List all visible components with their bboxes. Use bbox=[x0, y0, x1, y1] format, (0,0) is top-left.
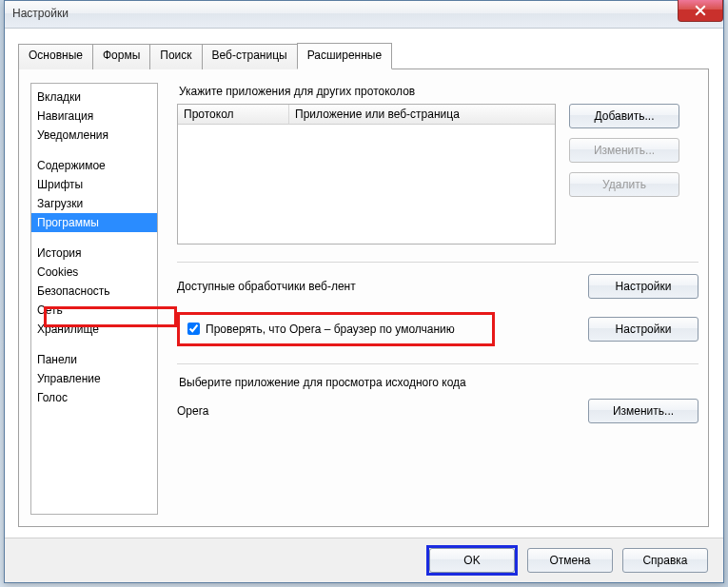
tab-forms[interactable]: Формы bbox=[92, 44, 150, 69]
sidebar-item-network[interactable]: Сеть bbox=[31, 301, 157, 320]
ok-highlight: OK bbox=[426, 545, 518, 576]
default-row: Проверять, что Opera – браузер по умолча… bbox=[177, 312, 698, 346]
ok-button[interactable]: OK bbox=[429, 548, 515, 573]
window-title: Настройки bbox=[12, 7, 69, 20]
cancel-button[interactable]: Отмена bbox=[527, 548, 613, 573]
main-area: Укажите приложения для других протоколов… bbox=[177, 81, 698, 423]
sidebar-item-cookies[interactable]: Cookies bbox=[31, 263, 157, 282]
close-button[interactable] bbox=[678, 0, 723, 22]
sidebar-item-storage[interactable]: Хранилище bbox=[31, 320, 157, 339]
sidebar-item-management[interactable]: Управление bbox=[31, 369, 157, 388]
tab-search[interactable]: Поиск bbox=[149, 44, 202, 69]
sidebar: Вкладки Навигация Уведомления Содержимое… bbox=[30, 83, 158, 515]
feed-row: Доступные обработчики веб-лент Настройки bbox=[177, 274, 698, 299]
sidebar-item-history[interactable]: История bbox=[31, 244, 157, 263]
edit-button[interactable]: Изменить... bbox=[569, 138, 679, 163]
delete-button[interactable]: Удалить bbox=[569, 172, 679, 197]
source-row: Opera Изменить... bbox=[177, 399, 698, 423]
content-frame: Основные Формы Поиск Веб-страницы Расшир… bbox=[18, 43, 709, 528]
settings-window: Настройки Основные Формы Поиск Веб-стран… bbox=[4, 0, 724, 583]
sidebar-item-navigation[interactable]: Навигация bbox=[31, 107, 157, 126]
sidebar-item-tabs[interactable]: Вкладки bbox=[31, 88, 157, 107]
sidebar-item-notifications[interactable]: Уведомления bbox=[31, 126, 157, 145]
feed-label: Доступные обработчики веб-лент bbox=[177, 280, 573, 293]
sidebar-item-panels[interactable]: Панели bbox=[31, 350, 157, 369]
tab-advanced[interactable]: Расширенные bbox=[297, 43, 393, 69]
source-label: Выберите приложение для просмотра исходн… bbox=[179, 376, 698, 389]
sidebar-item-content[interactable]: Содержимое bbox=[31, 156, 157, 175]
add-button[interactable]: Добавить... bbox=[569, 104, 679, 128]
tab-panel: Вкладки Навигация Уведомления Содержимое… bbox=[18, 68, 709, 527]
protocol-table-header: Протокол Приложение или веб-страница bbox=[178, 105, 555, 125]
help-button[interactable]: Справка bbox=[622, 548, 708, 573]
default-settings-button[interactable]: Настройки bbox=[588, 317, 698, 342]
default-browser-check-highlight: Проверять, что Opera – браузер по умолча… bbox=[177, 312, 495, 346]
col-application[interactable]: Приложение или веб-страница bbox=[289, 105, 555, 124]
footer: OK Отмена Справка bbox=[5, 538, 723, 582]
tab-general[interactable]: Основные bbox=[18, 44, 93, 69]
tabs: Основные Формы Поиск Веб-страницы Расшир… bbox=[18, 43, 709, 68]
source-change-button[interactable]: Изменить... bbox=[588, 399, 698, 423]
separator-2 bbox=[177, 363, 698, 364]
sidebar-item-programs[interactable]: Программы bbox=[31, 213, 157, 232]
close-icon bbox=[695, 5, 706, 16]
protocols-label: Укажите приложения для других протоколов bbox=[179, 85, 698, 98]
sidebar-item-downloads[interactable]: Загрузки bbox=[31, 194, 157, 213]
sidebar-item-voice[interactable]: Голос bbox=[31, 388, 157, 407]
separator-1 bbox=[177, 262, 698, 263]
protocol-table[interactable]: Протокол Приложение или веб-страница bbox=[177, 104, 556, 245]
sidebar-item-fonts[interactable]: Шрифты bbox=[31, 175, 157, 194]
protocol-buttons: Добавить... Изменить... Удалить bbox=[569, 104, 679, 245]
col-protocol[interactable]: Протокол bbox=[178, 105, 289, 124]
default-browser-label: Проверять, что Opera – браузер по умолча… bbox=[206, 323, 455, 336]
sidebar-item-security[interactable]: Безопасность bbox=[31, 282, 157, 301]
feed-settings-button[interactable]: Настройки bbox=[588, 274, 698, 299]
source-value: Opera bbox=[177, 404, 573, 418]
titlebar: Настройки bbox=[5, 1, 723, 29]
tab-webpages[interactable]: Веб-страницы bbox=[202, 44, 298, 69]
default-browser-checkbox[interactable] bbox=[187, 323, 200, 335]
